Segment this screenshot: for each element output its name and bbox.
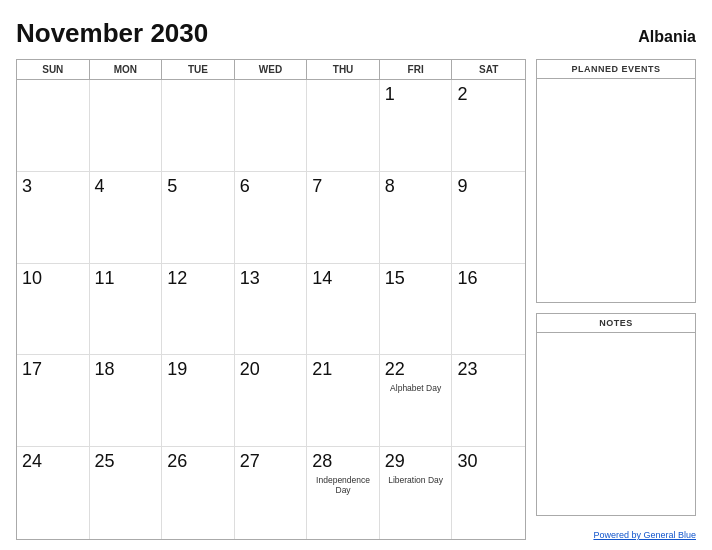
calendar-grid: 12345678910111213141516171819202122Alpha…: [17, 80, 525, 539]
calendar-cell: 16: [452, 264, 525, 356]
day-number: 14: [312, 268, 332, 290]
notes-content: [537, 333, 695, 515]
month-title: November 2030: [16, 18, 208, 49]
calendar-cell: 4: [90, 172, 163, 264]
powered-by-link[interactable]: Powered by General Blue: [593, 530, 696, 540]
day-header: TUE: [162, 60, 235, 79]
day-number: 4: [95, 176, 105, 198]
country-title: Albania: [638, 28, 696, 46]
day-number: 6: [240, 176, 250, 198]
calendar: SUNMONTUEWEDTHUFRISAT 123456789101112131…: [16, 59, 526, 540]
header: November 2030 Albania: [16, 18, 696, 49]
calendar-cell: [162, 80, 235, 172]
calendar-cell: 24: [17, 447, 90, 539]
calendar-cell: 10: [17, 264, 90, 356]
day-number: 9: [457, 176, 467, 198]
calendar-cell: 26: [162, 447, 235, 539]
day-number: 17: [22, 359, 42, 381]
main-content: SUNMONTUEWEDTHUFRISAT 123456789101112131…: [16, 59, 696, 540]
day-header: FRI: [380, 60, 453, 79]
day-number: 28: [312, 451, 332, 473]
calendar-cell: [307, 80, 380, 172]
event-label: Independence Day: [312, 475, 374, 495]
calendar-cell: 30: [452, 447, 525, 539]
day-number: 10: [22, 268, 42, 290]
day-number: 3: [22, 176, 32, 198]
calendar-cell: 22Alphabet Day: [380, 355, 453, 447]
day-number: 24: [22, 451, 42, 473]
day-number: 22: [385, 359, 405, 381]
calendar-cell: 18: [90, 355, 163, 447]
day-header: SAT: [452, 60, 525, 79]
day-number: 18: [95, 359, 115, 381]
day-headers: SUNMONTUEWEDTHUFRISAT: [17, 60, 525, 80]
day-number: 16: [457, 268, 477, 290]
calendar-cell: 20: [235, 355, 308, 447]
calendar-cell: 6: [235, 172, 308, 264]
day-header: SUN: [17, 60, 90, 79]
calendar-cell: 17: [17, 355, 90, 447]
day-number: 2: [457, 84, 467, 106]
calendar-cell: 13: [235, 264, 308, 356]
calendar-cell: 3: [17, 172, 90, 264]
planned-events-box: PLANNED EVENTS: [536, 59, 696, 303]
day-number: 15: [385, 268, 405, 290]
day-number: 5: [167, 176, 177, 198]
day-header: MON: [90, 60, 163, 79]
calendar-cell: 7: [307, 172, 380, 264]
calendar-cell: 5: [162, 172, 235, 264]
day-header: WED: [235, 60, 308, 79]
sidebar: PLANNED EVENTS NOTES Powered by General …: [536, 59, 696, 540]
calendar-cell: 28Independence Day: [307, 447, 380, 539]
day-number: 29: [385, 451, 405, 473]
event-label: Alphabet Day: [385, 383, 447, 393]
calendar-cell: 29Liberation Day: [380, 447, 453, 539]
calendar-cell: 27: [235, 447, 308, 539]
calendar-cell: 15: [380, 264, 453, 356]
calendar-cell: 12: [162, 264, 235, 356]
calendar-cell: 11: [90, 264, 163, 356]
calendar-cell: [235, 80, 308, 172]
day-number: 11: [95, 268, 115, 290]
notes-title: NOTES: [537, 314, 695, 333]
day-number: 19: [167, 359, 187, 381]
planned-events-content: [537, 79, 695, 302]
calendar-cell: 25: [90, 447, 163, 539]
page: November 2030 Albania SUNMONTUEWEDTHUFRI…: [0, 0, 712, 550]
day-number: 26: [167, 451, 187, 473]
day-number: 25: [95, 451, 115, 473]
calendar-cell: 19: [162, 355, 235, 447]
footer: Powered by General Blue: [536, 526, 696, 540]
day-number: 8: [385, 176, 395, 198]
day-number: 27: [240, 451, 260, 473]
calendar-cell: [17, 80, 90, 172]
calendar-cell: 2: [452, 80, 525, 172]
calendar-cell: 1: [380, 80, 453, 172]
calendar-cell: 21: [307, 355, 380, 447]
calendar-cell: [90, 80, 163, 172]
day-number: 1: [385, 84, 395, 106]
notes-box: NOTES: [536, 313, 696, 516]
calendar-cell: 14: [307, 264, 380, 356]
day-number: 30: [457, 451, 477, 473]
day-number: 7: [312, 176, 322, 198]
day-number: 23: [457, 359, 477, 381]
calendar-cell: 23: [452, 355, 525, 447]
calendar-cell: 8: [380, 172, 453, 264]
day-number: 13: [240, 268, 260, 290]
planned-events-title: PLANNED EVENTS: [537, 60, 695, 79]
day-header: THU: [307, 60, 380, 79]
calendar-cell: 9: [452, 172, 525, 264]
day-number: 12: [167, 268, 187, 290]
day-number: 21: [312, 359, 332, 381]
event-label: Liberation Day: [385, 475, 447, 485]
day-number: 20: [240, 359, 260, 381]
